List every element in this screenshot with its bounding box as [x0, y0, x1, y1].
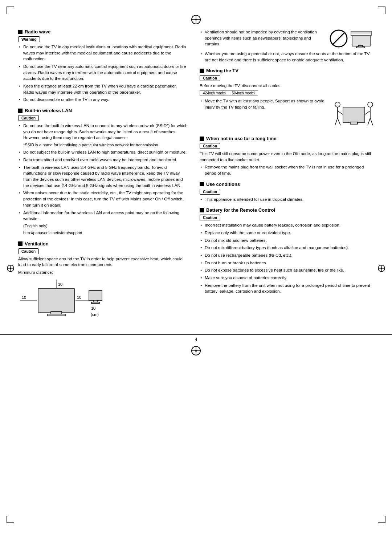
- moving-tv-bullets: Move the TV with at least two people. Su…: [200, 98, 330, 111]
- svg-line-37: [368, 118, 370, 125]
- svg-line-38: [370, 118, 373, 125]
- list-item: Whether you are using a pedestal or not,…: [200, 51, 374, 63]
- ventilation-continued: Ventilation should not be impeded by cov…: [200, 29, 374, 63]
- svg-line-31: [338, 111, 343, 114]
- ventilation-diagram: 10 10 10 10: [18, 278, 189, 318]
- when-not-in-use-title: When not in use for a long time: [200, 136, 374, 141]
- no-ventilation-icon: [329, 29, 348, 48]
- ventilation-icons: [329, 29, 374, 48]
- page-divider: [0, 334, 392, 335]
- wireless-lan-bullets: Do not use the built-in wireless LAN to …: [18, 123, 189, 222]
- svg-rect-21: [352, 34, 370, 46]
- ventilation-section: Ventilation Caution Allow sufficient spa…: [18, 241, 189, 318]
- radio-wave-section: Radio wave Warning Do not use the TV in …: [18, 29, 189, 103]
- svg-point-42: [195, 350, 197, 351]
- list-item: Make sure you dispose of batteries corre…: [200, 275, 374, 281]
- corner-mark-br: [378, 516, 385, 523]
- warning-badge: Warning: [18, 36, 40, 42]
- url-link: http://panasonic.net/viera/support: [18, 230, 189, 236]
- when-not-in-use-bullets: Remove the mains plug from the wall sock…: [200, 164, 374, 176]
- list-item: Data transmitted and received over radio…: [18, 157, 189, 163]
- top-compass-icon: [18, 15, 374, 25]
- svg-line-33: [338, 118, 340, 125]
- list-item: Remove the mains plug from the wall sock…: [200, 164, 374, 176]
- svg-line-20: [332, 32, 345, 45]
- svg-point-50: [381, 268, 382, 269]
- list-item: Do not use the built-in wireless LAN to …: [18, 123, 189, 141]
- url-note: (English only): [18, 223, 189, 229]
- list-item: The built-in wireless LAN uses 2.4 GHz a…: [18, 164, 189, 189]
- caution-badge-vent: Caution: [18, 248, 39, 254]
- left-compass-icon: [7, 264, 15, 273]
- caution-badge-moving: Caution: [200, 75, 220, 81]
- moving-tv-illustration: [334, 98, 374, 131]
- list-item: Do not subject the built-in wireless LAN…: [18, 149, 189, 155]
- list-item: Move the TV with at least two people. Su…: [200, 98, 330, 110]
- list-item: Replace only with the same or equivalent…: [200, 230, 374, 236]
- wireless-lan-title: Built-in wireless LAN: [18, 108, 189, 113]
- svg-rect-23: [356, 47, 364, 48]
- list-item: Do not mix different battery types (such…: [200, 245, 374, 251]
- battery-bullets: Incorrect installation may cause battery…: [200, 222, 374, 294]
- svg-text:10: 10: [91, 306, 95, 310]
- use-conditions-bullets: This appliance is intended for use in tr…: [200, 196, 374, 203]
- right-column: Ventilation should not be impeded by cov…: [200, 29, 374, 324]
- list-item: Do not use rechargeable batteries (Ni-Cd…: [200, 252, 374, 259]
- moving-tv-text: Before moving the TV, disconnect all cab…: [200, 83, 374, 89]
- list-item: Ventilation should not be impeded by cov…: [200, 29, 326, 47]
- model-tag-50: 50-inch model: [229, 91, 258, 95]
- list-item: Keep the distance at least 22 cm from th…: [18, 83, 189, 95]
- bottom-compass-icon: [18, 346, 374, 357]
- ventilation-min-distance: Minimum distance:: [18, 269, 189, 276]
- caution-badge-notinuse: Caution: [200, 143, 220, 149]
- svg-line-32: [335, 118, 338, 125]
- title-square-icon: [200, 137, 204, 141]
- when-not-in-use-section: When not in use for a long time Caution …: [200, 136, 374, 176]
- svg-text:10: 10: [77, 295, 81, 300]
- svg-text:10: 10: [58, 282, 62, 286]
- list-item: Do not use the TV in any medical institu…: [18, 44, 189, 62]
- list-item: Remove the battery from the unit when no…: [200, 282, 374, 294]
- list-item: Additional information for the wireless …: [18, 210, 189, 222]
- corner-mark-bl: [7, 516, 14, 523]
- moving-tv-title: Moving the TV: [200, 68, 374, 73]
- list-item: Do not disassemble or alter the TV in an…: [18, 97, 189, 103]
- list-item: This appliance is intended for use in tr…: [200, 196, 374, 203]
- svg-rect-4: [38, 289, 74, 312]
- ventilation-title: Ventilation: [18, 241, 189, 247]
- title-square-icon: [200, 182, 204, 186]
- corner-mark-tl: [7, 7, 14, 14]
- ventilation-right-bullets: Ventilation should not be impeded by cov…: [200, 29, 326, 49]
- svg-text:(cm): (cm): [91, 312, 99, 317]
- svg-text:10: 10: [22, 295, 26, 300]
- svg-rect-16: [91, 302, 99, 304]
- battery-section: Battery for the Remote Control Caution I…: [200, 207, 374, 294]
- use-conditions-section: Use conditions Caution This appliance is…: [200, 182, 374, 203]
- battery-title: Battery for the Remote Control: [200, 207, 374, 213]
- ventilation-right-bullets2: Whether you are using a pedestal or not,…: [200, 51, 374, 63]
- title-square-icon: [18, 30, 23, 34]
- when-not-in-use-text: This TV will still consume some power ev…: [200, 151, 374, 163]
- list-item: Do not burn or break up batteries.: [200, 260, 374, 266]
- svg-point-29: [335, 102, 340, 107]
- title-square-icon: [200, 69, 204, 73]
- use-conditions-title: Use conditions: [200, 182, 374, 187]
- caution-badge-lan: Caution: [18, 115, 39, 121]
- list-item: Incorrect installation may cause battery…: [200, 222, 374, 228]
- ssid-note: *SSID is a name for identifying a partic…: [18, 142, 189, 148]
- radio-wave-bullets: Do not use the TV in any medical institu…: [18, 44, 189, 103]
- moving-tv-content: Move the TV with at least two people. Su…: [200, 98, 374, 131]
- page-footer: 4: [18, 334, 374, 342]
- moving-tv-section: Moving the TV Caution Before moving the …: [200, 68, 374, 131]
- ventilation-text1: Allow sufficient space around the TV in …: [18, 256, 189, 268]
- svg-line-36: [365, 111, 370, 114]
- tv-covered-icon: [350, 29, 374, 48]
- list-item: When noises occur due to the static elec…: [18, 190, 189, 208]
- svg-rect-28: [350, 122, 358, 124]
- right-compass-icon: [377, 264, 385, 273]
- list-item: Do not mix old and new batteries.: [200, 237, 374, 244]
- svg-point-46: [10, 268, 11, 269]
- title-square-icon: [18, 109, 23, 113]
- list-item: Do not expose batteries to excessive hea…: [200, 267, 374, 273]
- corner-mark-tr: [378, 7, 385, 14]
